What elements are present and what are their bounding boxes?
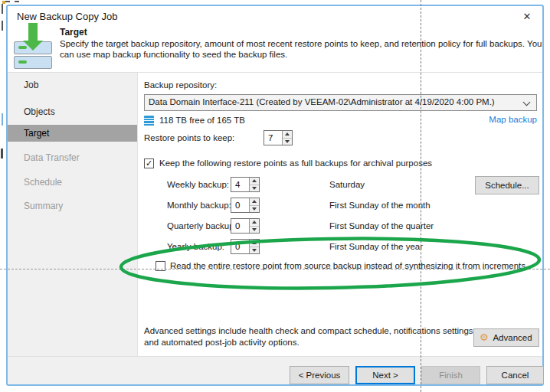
spinner-up-icon[interactable] bbox=[250, 240, 259, 247]
quarterly-backup-note: First Sunday of the quarter bbox=[329, 221, 434, 230]
previous-button[interactable]: < Previous bbox=[290, 366, 349, 384]
sidebar-item-summary: Summary bbox=[8, 198, 137, 214]
advanced-button[interactable]: ⚙ Advanced bbox=[473, 328, 539, 347]
monthly-backup-label: Monthly backup: bbox=[167, 201, 231, 210]
margin-mark bbox=[5, 1, 19, 2]
step-description: Specify the target backup repository, am… bbox=[60, 38, 550, 60]
sidebar-item-schedule: Schedule bbox=[8, 174, 137, 191]
yearly-backup-label: Yearly backup: bbox=[167, 242, 224, 251]
backup-repository-dropdown[interactable]: Data Domain Interface-211 (Created by VE… bbox=[144, 94, 537, 111]
weekly-backup-stepper[interactable]: 4 bbox=[231, 177, 260, 192]
spinner-up-icon[interactable] bbox=[283, 131, 292, 138]
weekly-backup-value[interactable]: 4 bbox=[231, 178, 249, 191]
restore-points-label: Restore points to keep: bbox=[144, 133, 234, 142]
spinner-up-icon[interactable] bbox=[250, 178, 259, 185]
next-button[interactable]: Next > bbox=[355, 366, 415, 384]
sidebar-item-objects[interactable]: Objects bbox=[8, 103, 137, 120]
restore-points-stepper[interactable]: 7 bbox=[264, 130, 293, 145]
monthly-backup-value[interactable]: 0 bbox=[231, 198, 249, 212]
sidebar-item-job[interactable]: Job bbox=[8, 77, 137, 93]
window-title: New Backup Copy Job bbox=[17, 11, 118, 22]
spinner-up-icon[interactable] bbox=[250, 219, 259, 226]
spinner-down-icon[interactable] bbox=[250, 205, 259, 212]
archival-checkbox-label: Keep the following restore points as ful… bbox=[159, 158, 432, 168]
margin-mark bbox=[2, 21, 3, 31]
server-led-bottom bbox=[18, 60, 27, 64]
backup-target-icon bbox=[14, 23, 57, 70]
margin-mark bbox=[2, 4, 3, 14]
cancel-button[interactable]: Cancel bbox=[486, 366, 544, 384]
down-arrow-bar bbox=[28, 23, 38, 41]
advanced-settings-note: Advanced settings include health check a… bbox=[144, 325, 489, 348]
margin-mark bbox=[1, 149, 3, 158]
margin-mark bbox=[2, 113, 3, 126]
weekly-backup-label: Weekly backup: bbox=[167, 180, 229, 189]
spinner-down-icon[interactable] bbox=[283, 138, 292, 145]
chevron-down-icon[interactable] bbox=[523, 99, 531, 106]
wizard-steps-sidebar: Job Objects Target Data Transfer Schedul… bbox=[8, 73, 138, 356]
weekly-backup-note: Saturday bbox=[329, 180, 365, 189]
archival-checkbox[interactable]: ✓ bbox=[144, 158, 154, 168]
monthly-backup-stepper[interactable]: 0 bbox=[231, 198, 260, 213]
yearly-backup-note: First Sunday of the year bbox=[329, 242, 423, 251]
spinner-down-icon[interactable] bbox=[250, 247, 259, 253]
schedule-button[interactable]: Schedule... bbox=[475, 176, 539, 194]
restore-points-value[interactable]: 7 bbox=[264, 131, 282, 145]
down-arrow-tip bbox=[23, 41, 43, 51]
spinner-buttons bbox=[282, 131, 292, 145]
backup-repository-label: Backup repository: bbox=[144, 80, 217, 90]
spinner-up-icon[interactable] bbox=[250, 198, 259, 205]
annotation-dashed-vline bbox=[421, 0, 421, 392]
new-backup-copy-job-dialog: New Backup Copy Job ✕ Target Specify the… bbox=[6, 5, 544, 386]
sidebar-item-data-transfer: Data Transfer bbox=[8, 149, 137, 166]
finish-button: Finish bbox=[421, 366, 480, 384]
quarterly-backup-label: Quarterly backup: bbox=[167, 221, 237, 230]
backup-repository-value: Data Domain Interface-211 (Created by VE… bbox=[149, 97, 516, 106]
disk-icon bbox=[144, 116, 154, 126]
annotation-dashed-hline bbox=[0, 269, 550, 270]
spinner-down-icon[interactable] bbox=[250, 185, 259, 191]
yearly-backup-stepper[interactable]: 0 bbox=[231, 239, 260, 254]
close-icon[interactable]: ✕ bbox=[519, 9, 535, 24]
spinner-down-icon[interactable] bbox=[250, 226, 259, 233]
free-space-text: 118 TB free of 165 TB bbox=[159, 116, 245, 125]
quarterly-backup-stepper[interactable]: 0 bbox=[231, 218, 260, 234]
screenshot-canvas: New Backup Copy Job ✕ Target Specify the… bbox=[0, 0, 550, 392]
read-entire-checkbox[interactable] bbox=[156, 261, 165, 271]
quarterly-backup-value[interactable]: 0 bbox=[231, 219, 249, 233]
gear-icon: ⚙ bbox=[480, 332, 489, 344]
step-title: Target bbox=[60, 27, 87, 38]
sidebar-item-target[interactable]: Target bbox=[8, 125, 137, 142]
monthly-backup-note: First Sunday of the month bbox=[329, 201, 431, 210]
dialog-footer: < Previous Next > Finish Cancel bbox=[8, 356, 542, 384]
advanced-button-label: Advanced bbox=[493, 333, 532, 342]
map-backup-link[interactable]: Map backup bbox=[467, 115, 537, 124]
yearly-backup-value[interactable]: 0 bbox=[231, 240, 249, 253]
